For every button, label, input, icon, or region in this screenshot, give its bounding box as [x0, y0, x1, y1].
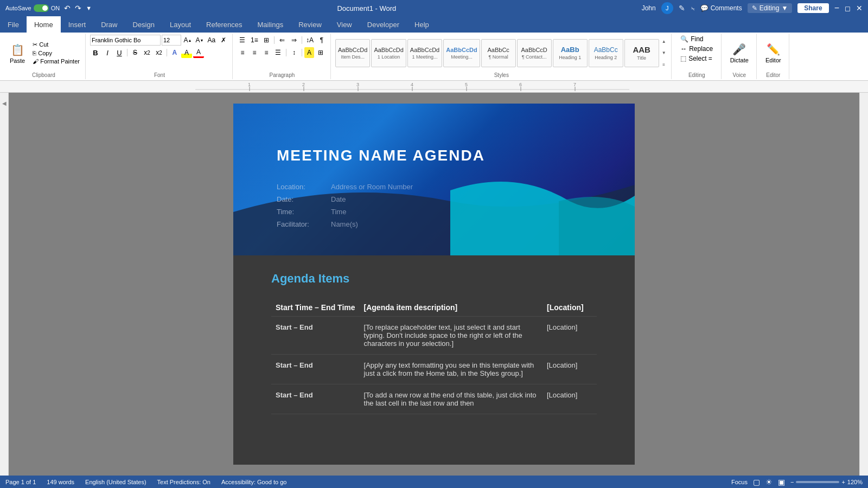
date-label: Date:	[277, 195, 320, 203]
bullets-btn[interactable]: ☰	[237, 35, 248, 46]
font-selector-row: A▲ A▼ Aa ✗	[90, 35, 229, 46]
underline-button[interactable]: U	[114, 47, 125, 58]
svg-text:7: 7	[573, 82, 576, 87]
style-meeting1[interactable]: AaBbCcDd 1 Meeting...	[407, 39, 442, 67]
tab-insert[interactable]: Insert	[61, 16, 94, 33]
paste-icon: 📋	[10, 42, 25, 57]
tab-references[interactable]: References	[199, 16, 250, 33]
tab-design[interactable]: Design	[125, 16, 162, 33]
down-arrow-icon: ▼	[662, 50, 666, 55]
superscript-btn[interactable]: x2	[154, 47, 164, 58]
numbering-btn[interactable]: 1≡	[249, 35, 260, 46]
sep5	[286, 49, 286, 56]
tab-draw[interactable]: Draw	[93, 16, 125, 33]
meeting-title: MEETING NAME AGENDA	[277, 147, 485, 164]
pencil-icon: ✎	[752, 4, 757, 12]
svg-text:3: 3	[356, 82, 359, 87]
show-hide-btn[interactable]: ¶	[316, 35, 327, 46]
row2-time: Start – End	[271, 355, 360, 384]
subscript-btn[interactable]: x2	[142, 47, 152, 58]
style-heading1[interactable]: AaBb Heading 1	[553, 39, 588, 67]
align-right-btn[interactable]: ≡	[261, 47, 272, 58]
decrease-indent-btn[interactable]: ⇐	[277, 35, 288, 46]
zoom-in-btn[interactable]: +	[841, 479, 845, 485]
shrink-font-btn[interactable]: A▼	[194, 35, 205, 46]
redo-btn[interactable]: ↷	[75, 4, 81, 12]
focus-btn[interactable]: Focus	[731, 479, 748, 485]
clipboard-content: 📋 Paste ✂ Cut ⎘ Copy 🖌 Format Painter	[5, 35, 82, 71]
copy-button[interactable]: ⎘ Copy	[30, 49, 82, 57]
document-area[interactable]: MEETING NAME AGENDA Location: Address or…	[9, 93, 859, 476]
dictate-button[interactable]: 🎤 Dictate	[726, 41, 753, 66]
line-spacing-btn[interactable]: ↕	[289, 47, 299, 58]
row3-loc: [Location]	[542, 384, 597, 414]
minimize-btn[interactable]: −	[834, 3, 839, 13]
clear-formatting-btn[interactable]: ✗	[218, 35, 229, 46]
sort-btn[interactable]: ↕A	[304, 35, 315, 46]
font-group: A▲ A▼ Aa ✗ B I U S x2 x2 A A A	[87, 34, 233, 79]
multilevel-btn[interactable]: ⊞	[261, 35, 272, 46]
comments-button[interactable]: 💬 Comments	[700, 4, 742, 12]
comment-icon: 💬	[700, 4, 709, 12]
shading-btn[interactable]: A	[304, 47, 314, 58]
cut-button[interactable]: ✂ Cut	[30, 41, 82, 49]
paste-button[interactable]: 📋 Paste	[5, 40, 29, 66]
borders-btn[interactable]: ⊞	[315, 47, 326, 58]
clipboard-group: 📋 Paste ✂ Cut ⎘ Copy 🖌 Format Painter Cl…	[2, 34, 86, 79]
zoom-slider[interactable]	[796, 481, 839, 483]
font-size-input[interactable]	[162, 35, 181, 46]
align-center-btn[interactable]: ≡	[249, 47, 260, 58]
tab-help[interactable]: Help	[407, 16, 437, 33]
justify-btn[interactable]: ☰	[273, 47, 284, 58]
restore-btn[interactable]: ◻	[845, 4, 851, 12]
share-button[interactable]: Share	[797, 3, 828, 13]
grow-font-btn[interactable]: A▲	[182, 35, 193, 46]
autosave-pill[interactable]	[34, 4, 49, 12]
customize-qa-btn[interactable]: ▼	[86, 5, 92, 11]
style-location[interactable]: AaBbCcDd 1 Location	[371, 39, 406, 67]
reader-layout-icon[interactable]: ▣	[778, 478, 785, 486]
editing-badge[interactable]: ✎ Editing ▼	[748, 3, 793, 13]
align-left-btn[interactable]: ≡	[237, 47, 248, 58]
tab-layout[interactable]: Layout	[162, 16, 199, 33]
replace-button[interactable]: ↔ Replace	[677, 44, 716, 53]
strikethrough-btn[interactable]: S	[130, 47, 141, 58]
style-heading2[interactable]: AaBbCc Heading 2	[589, 39, 623, 67]
web-layout-icon[interactable]: ☀	[765, 478, 773, 486]
location-label: Location:	[277, 183, 320, 191]
zoom-out-btn[interactable]: −	[790, 479, 794, 485]
row1-desc: [To replace placeholder text, just selec…	[360, 317, 542, 355]
collapse-sidebar-icon[interactable]: ◀	[2, 100, 7, 106]
autosave-toggle[interactable]: AutoSave ON	[5, 4, 60, 12]
styles-more-btn[interactable]: ▲ ▼ ≡	[660, 39, 668, 67]
style-item-des[interactable]: AaBbCcDd Item Des...	[335, 39, 370, 67]
style-contact[interactable]: AaBbCcD ¶ Contact...	[517, 39, 552, 67]
close-btn[interactable]: ✕	[856, 4, 863, 12]
font-name-input[interactable]	[90, 35, 161, 46]
autosave-dot	[42, 5, 48, 11]
print-layout-icon[interactable]: ▢	[753, 478, 760, 486]
italic-button[interactable]: I	[102, 47, 113, 58]
agenda-section: Agenda Items Start Time – End Time [Agen…	[233, 255, 635, 431]
undo-btn[interactable]: ↶	[64, 4, 71, 12]
bold-button[interactable]: B	[90, 47, 101, 58]
highlight-btn[interactable]: A	[181, 47, 192, 58]
tab-home[interactable]: Home	[27, 16, 61, 33]
sep6	[302, 49, 302, 56]
increase-indent-btn[interactable]: ⇒	[289, 35, 299, 46]
select-button[interactable]: ⬚ Select =	[677, 54, 716, 63]
tab-file[interactable]: File	[0, 16, 27, 33]
change-case-btn[interactable]: Aa	[206, 35, 217, 46]
style-meeting2[interactable]: AaBbCcDd Meeting...	[443, 39, 480, 67]
format-painter-button[interactable]: 🖌 Format Painter	[30, 57, 82, 65]
tab-view[interactable]: View	[329, 16, 360, 33]
text-effects-btn[interactable]: A	[169, 47, 180, 58]
font-color-btn[interactable]: A	[193, 47, 204, 58]
style-title[interactable]: AAB Title	[624, 39, 659, 67]
tab-mailings[interactable]: Mailings	[250, 16, 291, 33]
editor-button[interactable]: ✏️ Editor	[761, 41, 786, 66]
tab-developer[interactable]: Developer	[360, 16, 407, 33]
style-normal[interactable]: AaBbCc ¶ Normal	[481, 39, 516, 67]
find-button[interactable]: 🔍 Find	[677, 35, 706, 43]
tab-review[interactable]: Review	[291, 16, 329, 33]
